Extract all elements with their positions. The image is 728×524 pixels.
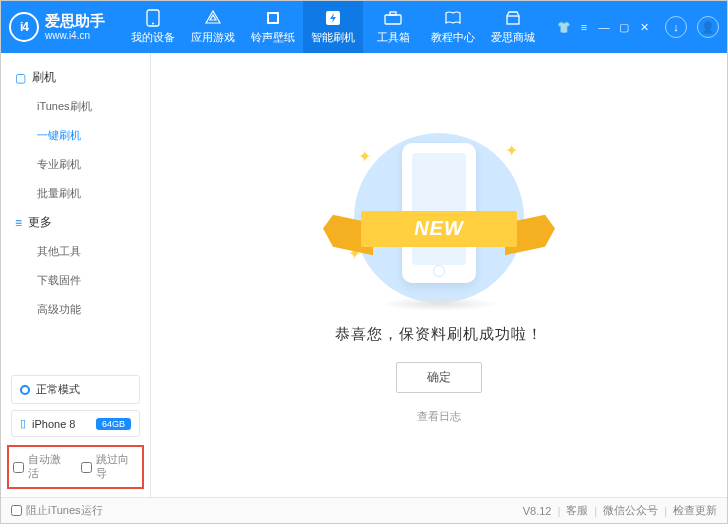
support-link[interactable]: 客服 [566, 503, 588, 518]
nav-flash[interactable]: 智能刷机 [303, 1, 363, 53]
phone-icon [144, 9, 162, 27]
chk-skip-setup[interactable]: 跳过向导 [81, 453, 139, 481]
success-message: 恭喜您，保资料刷机成功啦！ [335, 325, 543, 344]
footer-right: V8.12 | 客服 | 微信公众号 | 检查更新 [523, 503, 717, 518]
section-title: 更多 [28, 214, 52, 231]
svg-rect-3 [269, 14, 277, 22]
chk-skip-label: 跳过向导 [96, 453, 139, 481]
menu-icon[interactable]: ≡ [577, 20, 591, 34]
top-nav: 我的设备 应用游戏 铃声壁纸 智能刷机 工具箱 教程中心 [123, 1, 543, 53]
nav-ringtones[interactable]: 铃声壁纸 [243, 1, 303, 53]
titlebar: i4 爱思助手 www.i4.cn 我的设备 应用游戏 铃声壁纸 智能刷机 [1, 1, 727, 53]
sidebar-section-flash[interactable]: ▢ 刷机 [1, 63, 150, 92]
body: ▢ 刷机 iTunes刷机 一键刷机 专业刷机 批量刷机 ≡ 更多 其他工具 下… [1, 53, 727, 497]
chk-skip-setup-input[interactable] [81, 462, 92, 473]
chk-auto-activate[interactable]: 自动激活 [13, 453, 71, 481]
user-icon[interactable]: 👤 [697, 16, 719, 38]
ribbon: NEW [339, 205, 539, 265]
window-controls: 👕 ≡ — ▢ ✕ ↓ 👤 [557, 16, 719, 38]
device-info[interactable]: ▯ iPhone 8 64GB [11, 410, 140, 437]
ok-button[interactable]: 确定 [396, 362, 482, 393]
post-flash-options: 自动激活 跳过向导 [7, 445, 144, 489]
view-log-link[interactable]: 查看日志 [417, 409, 461, 424]
logo-badge: i4 [9, 12, 39, 42]
mode-label: 正常模式 [36, 382, 80, 397]
nav-tutorials[interactable]: 教程中心 [423, 1, 483, 53]
main-panel: ✦ ✦ ✦ ✦ NEW 恭喜您，保资料刷机成功啦！ 确定 查看日志 [151, 53, 727, 497]
download-icon[interactable]: ↓ [665, 16, 687, 38]
phone-outline-icon: ▢ [15, 71, 26, 85]
sidebar-item-pro-flash[interactable]: 专业刷机 [1, 150, 150, 179]
sidebar-spacer [1, 324, 150, 369]
nav-label: 铃声壁纸 [251, 30, 295, 45]
app-subtitle: www.i4.cn [45, 30, 105, 41]
toolbox-icon [384, 9, 402, 27]
separator: | [664, 505, 667, 517]
book-icon [444, 9, 462, 27]
shop-icon [504, 9, 522, 27]
logo-text: 爱思助手 www.i4.cn [45, 13, 105, 41]
phone-small-icon: ▯ [20, 417, 26, 430]
svg-rect-5 [385, 15, 401, 24]
close-icon[interactable]: ✕ [637, 20, 651, 34]
app-logo: i4 爱思助手 www.i4.cn [9, 12, 105, 42]
nav-label: 我的设备 [131, 30, 175, 45]
separator: | [594, 505, 597, 517]
sidebar-item-oneclick-flash[interactable]: 一键刷机 [1, 121, 150, 150]
user-controls: ↓ 👤 [665, 16, 719, 38]
sidebar-section-more[interactable]: ≡ 更多 [1, 208, 150, 237]
success-illustration: ✦ ✦ ✦ ✦ NEW [334, 127, 544, 307]
apps-icon [204, 9, 222, 27]
version-label: V8.12 [523, 505, 552, 517]
chk-auto-activate-input[interactable] [13, 462, 24, 473]
music-icon [264, 9, 282, 27]
status-bar: 阻止iTunes运行 V8.12 | 客服 | 微信公众号 | 检查更新 [1, 497, 727, 523]
flash-icon [324, 9, 342, 27]
ribbon-text: NEW [361, 211, 517, 247]
app-title: 爱思助手 [45, 13, 105, 30]
sidebar-item-download-fw[interactable]: 下载固件 [1, 266, 150, 295]
nav-label: 爱思商城 [491, 30, 535, 45]
nav-shop[interactable]: 爱思商城 [483, 1, 543, 53]
chk-auto-label: 自动激活 [28, 453, 71, 481]
device-capacity-badge: 64GB [96, 418, 131, 430]
skin-icon[interactable]: 👕 [557, 20, 571, 34]
sparkle-icon: ✦ [505, 141, 518, 160]
nav-my-device[interactable]: 我的设备 [123, 1, 183, 53]
sidebar-item-itunes-flash[interactable]: iTunes刷机 [1, 92, 150, 121]
maximize-icon[interactable]: ▢ [617, 20, 631, 34]
app-window: i4 爱思助手 www.i4.cn 我的设备 应用游戏 铃声壁纸 智能刷机 [0, 0, 728, 524]
block-itunes-checkbox[interactable] [11, 505, 22, 516]
more-icon: ≡ [15, 216, 22, 230]
sidebar-item-advanced[interactable]: 高级功能 [1, 295, 150, 324]
minimize-icon[interactable]: — [597, 20, 611, 34]
wechat-link[interactable]: 微信公众号 [603, 503, 658, 518]
nav-label: 教程中心 [431, 30, 475, 45]
block-itunes[interactable]: 阻止iTunes运行 [11, 503, 103, 518]
nav-label: 工具箱 [377, 30, 410, 45]
svg-rect-6 [390, 12, 396, 15]
nav-toolbox[interactable]: 工具箱 [363, 1, 423, 53]
check-update-link[interactable]: 检查更新 [673, 503, 717, 518]
svg-rect-7 [507, 16, 519, 24]
device-mode[interactable]: 正常模式 [11, 375, 140, 404]
device-name: iPhone 8 [32, 418, 75, 430]
sidebar-item-batch-flash[interactable]: 批量刷机 [1, 179, 150, 208]
nav-apps[interactable]: 应用游戏 [183, 1, 243, 53]
section-title: 刷机 [32, 69, 56, 86]
sidebar-item-other-tools[interactable]: 其他工具 [1, 237, 150, 266]
block-itunes-label: 阻止iTunes运行 [26, 503, 103, 518]
mode-dot-icon [20, 385, 30, 395]
sparkle-icon: ✦ [358, 147, 371, 166]
nav-label: 应用游戏 [191, 30, 235, 45]
separator: | [557, 505, 560, 517]
sidebar: ▢ 刷机 iTunes刷机 一键刷机 专业刷机 批量刷机 ≡ 更多 其他工具 下… [1, 53, 151, 497]
svg-point-1 [152, 23, 154, 25]
nav-label: 智能刷机 [311, 30, 355, 45]
